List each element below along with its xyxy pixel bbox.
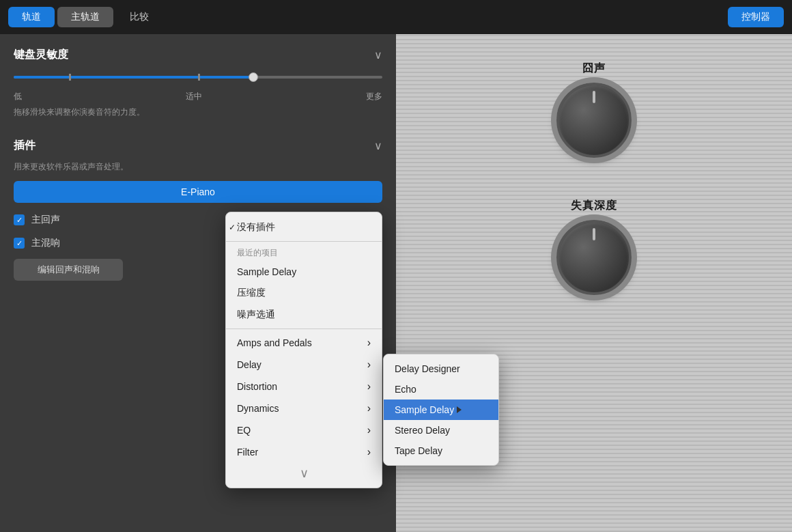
menu-amps-pedals-label: Amps and Pedals (237, 337, 312, 348)
menu-more-icon: ∨ (300, 466, 309, 481)
label-low: 低 (14, 91, 22, 102)
menu-eq[interactable]: EQ (226, 419, 382, 441)
menu-dynamics[interactable]: Dynamics (226, 397, 382, 419)
menu-distortion-label: Distortion (237, 381, 277, 392)
label-high: 更多 (366, 91, 382, 102)
menu-recent-3[interactable]: 噪声选通 (226, 304, 382, 326)
slider-thumb[interactable] (249, 72, 258, 82)
chorus-checkbox[interactable] (14, 238, 25, 249)
slider-fill (14, 76, 253, 79)
main-context-menu: 没有插件 最近的项目 Sample Delay 压缩度 噪声选通 Amps an… (225, 212, 382, 488)
edit-reverb-button[interactable]: 编辑回声和混响 (14, 259, 123, 281)
plugin-hint: 用来更改软件乐器或声音处理。 (14, 161, 382, 173)
menu-recent-2[interactable]: 压缩度 (226, 282, 382, 304)
menu-eq-label: EQ (237, 425, 251, 436)
menu-recent-1-label: Sample Delay (237, 266, 296, 277)
tab-compare[interactable]: 比较 (116, 7, 162, 27)
controller-button[interactable]: 控制器 (728, 7, 784, 27)
knob2[interactable] (556, 220, 632, 295)
knob-section-1: 囧声 (556, 61, 632, 158)
keyboard-section: 键盘灵敏度 ∨ 低 适中 更多 拖移滑块来调整你演奏音符的力度。 (14, 48, 382, 118)
knob1-label: 囧声 (582, 61, 606, 76)
menu-no-plugin[interactable]: 没有插件 (226, 216, 382, 238)
plugin-chevron-icon[interactable]: ∨ (374, 139, 382, 152)
menu-delay[interactable]: Delay Delay Designer Echo Sample Delay (226, 354, 382, 376)
label-mid: 适中 (186, 91, 202, 102)
menu-sep-2 (226, 328, 382, 329)
knob-section-2: 失真深度 (556, 199, 632, 295)
tab-master[interactable]: 主轨道 (57, 7, 113, 27)
knob1[interactable] (556, 83, 632, 158)
menu-recent-1[interactable]: Sample Delay (226, 262, 382, 282)
menu-recent-2-label: 压缩度 (237, 287, 266, 299)
plugin-button[interactable]: E-Piano (14, 181, 382, 203)
sub-stereo-delay[interactable]: Stereo Delay (384, 420, 498, 440)
delay-submenu: Delay Designer Echo Sample Delay Stereo … (383, 354, 499, 466)
menu-filter[interactable]: Filter (226, 441, 382, 463)
menu-distortion[interactable]: Distortion (226, 376, 382, 397)
tab-track[interactable]: 轨道 (8, 7, 55, 27)
slider-tick-low (69, 74, 71, 81)
slider-tick-mid (198, 74, 200, 81)
tab-group: 轨道 主轨道 比较 (8, 7, 162, 27)
sub-tape-delay-label: Tape Delay (395, 445, 442, 456)
sensitivity-slider[interactable] (14, 70, 382, 84)
cursor-arrow-icon (457, 406, 462, 413)
menu-dynamics-label: Dynamics (237, 403, 279, 414)
sub-delay-designer[interactable]: Delay Designer (384, 359, 498, 379)
plugin-header: 插件 ∨ (14, 139, 382, 153)
menu-sep-1 (226, 241, 382, 242)
menu-delay-label: Delay (237, 359, 261, 370)
context-menu-overlay: 没有插件 最近的项目 Sample Delay 压缩度 噪声选通 Amps an… (225, 212, 382, 488)
slider-hint: 拖移滑块来调整你演奏音符的力度。 (14, 107, 382, 118)
keyboard-title: 键盘灵敏度 (14, 48, 68, 62)
sub-echo[interactable]: Echo (384, 379, 498, 400)
sub-tape-delay[interactable]: Tape Delay (384, 440, 498, 461)
menu-recent-label: 最近的项目 (226, 244, 382, 262)
delay-sub-menu: Delay Designer Echo Sample Delay Stereo … (383, 354, 499, 466)
sub-sample-delay-label: Sample Delay (395, 404, 454, 415)
keyboard-chevron-icon[interactable]: ∨ (374, 48, 382, 61)
menu-no-plugin-label: 没有插件 (237, 221, 275, 234)
sub-stereo-delay-label: Stereo Delay (395, 425, 450, 436)
slider-labels: 低 适中 更多 (14, 91, 382, 102)
sub-delay-designer-label: Delay Designer (395, 363, 460, 374)
menu-recent-3-label: 噪声选通 (237, 309, 275, 321)
toolbar: 轨道 主轨道 比较 控制器 (0, 0, 792, 34)
reverb-checkbox[interactable] (14, 214, 25, 225)
keyboard-header: 键盘灵敏度 ∨ (14, 48, 382, 62)
menu-filter-label: Filter (237, 447, 258, 458)
knob2-label: 失真深度 (571, 199, 617, 213)
plugin-title: 插件 (14, 139, 36, 153)
sub-echo-label: Echo (395, 384, 416, 395)
sub-sample-delay[interactable]: Sample Delay (384, 400, 498, 420)
menu-amps-pedals[interactable]: Amps and Pedals (226, 332, 382, 354)
